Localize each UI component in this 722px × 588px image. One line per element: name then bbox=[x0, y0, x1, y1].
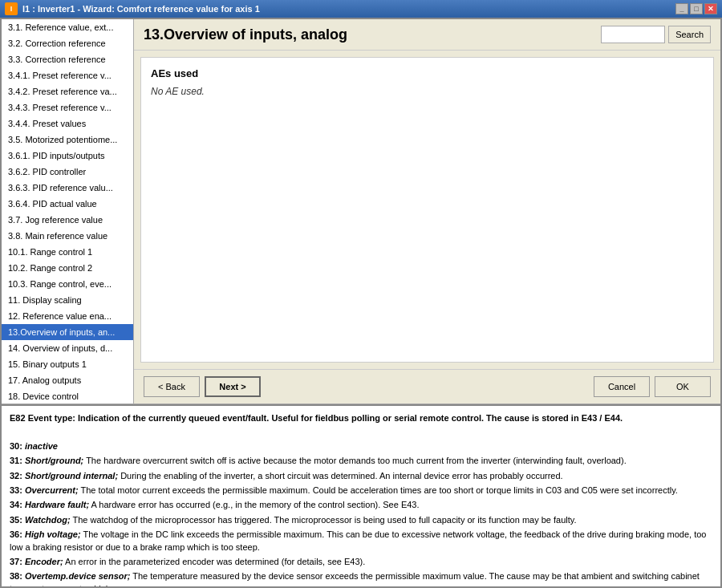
sidebar-item-11[interactable]: 11. Display scaling bbox=[2, 292, 133, 308]
event-description: The hardware overcurrent switch off is a… bbox=[83, 456, 626, 465]
event-label: Overtemp.device sensor; bbox=[25, 571, 130, 581]
ae-section-title: AEs used bbox=[151, 67, 704, 79]
event-label: Short/ground internal; bbox=[25, 471, 118, 481]
event-number: 32: bbox=[10, 471, 25, 481]
cancel-button[interactable]: Cancel bbox=[594, 376, 650, 397]
app-icon: I bbox=[5, 2, 18, 15]
event-title-text: E82 Event type: Indication of the curren… bbox=[10, 413, 623, 423]
sidebar-item-3-1[interactable]: 3.1. Reference value, ext... bbox=[2, 19, 133, 35]
sidebar-item-3-5[interactable]: 3.5. Motorized potentiome... bbox=[2, 132, 133, 148]
event-number: 30: bbox=[10, 441, 25, 451]
event-description: The watchdog of the microprocessor has t… bbox=[71, 515, 577, 525]
content-body: AEs used No AE used. bbox=[140, 57, 714, 363]
event-label: Overcurrent; bbox=[25, 485, 79, 495]
title-bar: I I1 : Inverter1 - Wizard: Comfort refer… bbox=[0, 0, 722, 18]
event-number: 36: bbox=[10, 529, 25, 539]
sidebar-item-3-4-1[interactable]: 3.4.1. Preset reference v... bbox=[2, 67, 133, 83]
top-section: 3.1. Reference value, ext...3.2. Correct… bbox=[2, 19, 720, 404]
event-item: 37: Encoder; An error in the parameteriz… bbox=[10, 556, 712, 568]
event-item: 36: High voltage; The voltage in the DC … bbox=[10, 529, 712, 554]
sidebar-item-15[interactable]: 15. Binary outputs 1 bbox=[2, 356, 133, 372]
sidebar-item-10-2[interactable]: 10.2. Range control 2 bbox=[2, 260, 133, 276]
sidebar-item-12[interactable]: 12. Reference value ena... bbox=[2, 308, 133, 324]
ok-button[interactable]: OK bbox=[655, 376, 711, 397]
sidebar-item-3-8[interactable]: 3.8. Main reference value bbox=[2, 228, 133, 244]
event-item: 38: Overtemp.device sensor; The temperat… bbox=[10, 570, 712, 586]
sidebar-item-3-7[interactable]: 3.7. Jog reference value bbox=[2, 212, 133, 228]
event-item: 35: Watchdog; The watchdog of the microp… bbox=[10, 514, 712, 526]
event-description: An error in the parameterized encoder wa… bbox=[63, 557, 366, 566]
event-number: 38: bbox=[10, 571, 25, 581]
event-number: 33: bbox=[10, 485, 25, 495]
sidebar-item-3-4-2[interactable]: 3.4.2. Preset reference va... bbox=[2, 83, 133, 99]
sidebar-item-3-6-4[interactable]: 3.6.4. PID actual value bbox=[2, 196, 133, 212]
sidebar: 3.1. Reference value, ext...3.2. Correct… bbox=[2, 19, 134, 403]
sidebar-item-10-1[interactable]: 10.1. Range control 1 bbox=[2, 244, 133, 260]
event-number: 31: bbox=[10, 456, 25, 465]
event-description: A hardware error has occurred (e.g., in … bbox=[89, 500, 419, 509]
no-ae-text: No AE used. bbox=[151, 86, 704, 97]
event-content: E82 Event type: Indication of the curren… bbox=[2, 406, 720, 586]
page-title: 13.Overview of inputs, analog bbox=[144, 26, 347, 43]
sidebar-item-14[interactable]: 14. Overview of inputs, d... bbox=[2, 340, 133, 356]
content-header: 13.Overview of inputs, analog Search bbox=[134, 19, 720, 51]
sidebar-item-3-3[interactable]: 3.3. Correction reference bbox=[2, 51, 133, 67]
event-description: The total motor current exceeds the perm… bbox=[79, 485, 678, 495]
sidebar-item-17[interactable]: 17. Analog outputs bbox=[2, 372, 133, 388]
main-window: 3.1. Reference value, ext...3.2. Correct… bbox=[0, 18, 722, 588]
sidebar-item-3-4-3[interactable]: 3.4.3. Preset reference v... bbox=[2, 99, 133, 116]
minimize-button[interactable]: _ bbox=[675, 3, 688, 14]
event-header: E82 Event type: Indication of the curren… bbox=[10, 412, 712, 424]
sidebar-item-10-3[interactable]: 10.3. Range control, eve... bbox=[2, 276, 133, 292]
maximize-button[interactable]: □ bbox=[690, 3, 703, 14]
sidebar-item-3-6-1[interactable]: 3.6.1. PID inputs/outputs bbox=[2, 148, 133, 164]
event-number: 34: bbox=[10, 500, 25, 509]
close-button[interactable]: ✕ bbox=[704, 3, 717, 14]
sidebar-item-3-4-4[interactable]: 3.4.4. Preset values bbox=[2, 116, 133, 132]
event-item: 32: Short/ground internal; During the en… bbox=[10, 470, 712, 482]
event-item: 30: inactive bbox=[10, 440, 712, 452]
next-button[interactable]: Next > bbox=[205, 376, 261, 397]
sidebar-item-3-2[interactable]: 3.2. Correction reference bbox=[2, 35, 133, 51]
event-number: 35: bbox=[10, 515, 25, 525]
event-panel: E82 Event type: Indication of the curren… bbox=[2, 404, 720, 586]
window-title: I1 : Inverter1 - Wizard: Comfort referen… bbox=[22, 4, 260, 14]
event-description: During the enabling of the inverter, a s… bbox=[118, 471, 563, 481]
event-item: 33: Overcurrent; The total motor current… bbox=[10, 485, 712, 497]
sidebar-item-3-6-3[interactable]: 3.6.3. PID reference valu... bbox=[2, 180, 133, 196]
search-input[interactable] bbox=[601, 26, 665, 43]
event-item: 34: Hardware fault; A hardware error has… bbox=[10, 499, 712, 511]
back-button[interactable]: < Back bbox=[144, 376, 200, 397]
event-label: Short/ground; bbox=[25, 456, 83, 465]
event-item: 31: Short/ground; The hardware overcurre… bbox=[10, 455, 712, 467]
event-label: Watchdog; bbox=[25, 515, 71, 525]
sidebar-item-3-6-2[interactable]: 3.6.2. PID controller bbox=[2, 164, 133, 180]
event-description: The voltage in the DC link exceeds the p… bbox=[10, 529, 706, 551]
search-button[interactable]: Search bbox=[668, 26, 711, 43]
event-label: inactive bbox=[25, 441, 58, 451]
event-label: Encoder; bbox=[25, 557, 63, 566]
event-number: 37: bbox=[10, 557, 25, 566]
event-label: Hardware fault; bbox=[25, 500, 89, 509]
sidebar-item-18[interactable]: 18. Device control bbox=[2, 388, 133, 403]
event-label: High voltage; bbox=[25, 529, 81, 539]
content-area: 13.Overview of inputs, analog Search AEs… bbox=[134, 19, 720, 403]
search-area: Search bbox=[601, 26, 711, 43]
nav-buttons: < Back Next > Cancel OK bbox=[134, 369, 720, 403]
sidebar-item-13[interactable]: 13.Overview of inputs, an... bbox=[2, 324, 133, 340]
